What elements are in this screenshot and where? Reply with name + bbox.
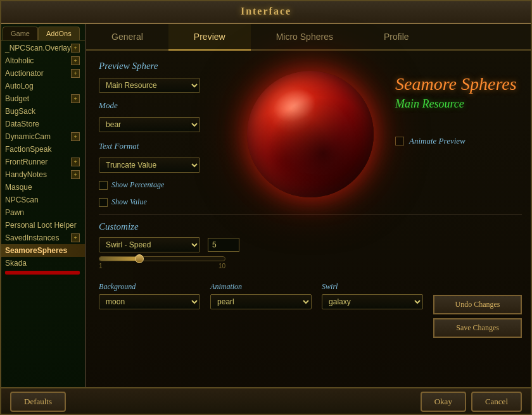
save-changes-button[interactable]: Save Changes [433,318,522,338]
slider-fill [99,257,139,261]
show-value-row: Show Value [99,197,225,207]
slider-min-label: 1 [99,263,103,269]
show-value-label[interactable]: Show Value [111,197,147,207]
sidebar-item-masque[interactable]: Masque [0,181,85,194]
sidebar-item-label: AutoLog [5,82,34,90]
panel-content: Preview Sphere Main Resource Mode bear T… [86,51,532,387]
background-label: Background [99,282,200,292]
sidebar-item-_npcscan.overlay[interactable]: _NPCScan.Overlay+ [0,42,85,54]
expand-button[interactable]: + [71,170,80,179]
tab-preview[interactable]: Preview [168,24,251,51]
main-panel: General Preview Micro Spheres Profile Pr… [86,24,532,387]
sidebar-item-label: Personal Loot Helper [5,221,77,230]
mode-select[interactable]: bear [99,117,200,132]
sidebar: Game AddOns _NPCScan.Overlay+Altoholic+A… [0,24,86,387]
swirl-group: Swirl galaxy [322,282,423,309]
slider-container: 1 10 [99,256,522,269]
text-format-select[interactable]: Truncate Value [99,158,200,173]
text-format-label: Text Format [99,141,225,151]
sidebar-item-budget[interactable]: Budget+ [0,92,85,105]
expand-button[interactable]: + [71,94,80,103]
bottom-controls: Background moon Animation pearl Swirl [99,282,522,338]
sidebar-item-frontrunner[interactable]: FrontRunner+ [0,156,85,168]
slider-thumb[interactable] [135,254,144,263]
sidebar-item-label: Auctionator [5,69,44,78]
slider-max-label: 10 [218,263,225,269]
slider-labels: 1 10 [99,263,225,269]
animate-preview-row: Animate Preview [395,136,522,146]
undo-changes-button[interactable]: Undo Changes [433,295,522,314]
background-group: Background moon [99,282,200,309]
animate-preview-checkbox[interactable] [395,137,404,146]
sidebar-item-label: DynamicCam [5,132,51,141]
sidebar-item-dynamiccam[interactable]: DynamicCam+ [0,130,85,143]
show-percentage-row: Show Percentage [99,180,225,190]
sidebar-item-seamorespheres[interactable]: SeamoreSpheres [0,244,85,257]
defaults-button[interactable]: Defaults [10,392,66,412]
expand-button[interactable]: + [71,132,80,141]
sidebar-item-npcscan[interactable]: NPCScan [0,194,85,206]
tab-addons[interactable]: AddOns [38,27,80,40]
tab-micro-spheres[interactable]: Micro Spheres [251,24,358,51]
sidebar-item-label: Skada [5,259,27,268]
expand-button[interactable]: + [71,69,80,78]
expand-button[interactable]: + [71,56,80,65]
sidebar-item-label: DataStore [5,120,39,128]
show-percentage-checkbox[interactable] [99,181,108,190]
mode-label: Mode [99,101,225,111]
swirl-label: Swirl [322,282,423,292]
swirl-select[interactable]: galaxy [322,294,423,309]
expand-button[interactable]: + [71,158,80,166]
sidebar-item-autolog[interactable]: AutoLog [0,80,85,92]
expand-button[interactable]: + [71,44,80,53]
sidebar-item-datastore[interactable]: DataStore [0,118,85,130]
sidebar-item-bugsack[interactable]: BugSack [0,105,85,118]
customize-label: Customize [99,221,522,232]
swirl-speed-select[interactable]: Swirl - Speed [99,237,200,252]
sidebar-item-label: HandyNotes [5,170,47,179]
slider-track[interactable] [99,256,225,261]
sidebar-item-altoholic[interactable]: Altoholic+ [0,54,85,67]
sidebar-tabs: Game AddOns [0,24,85,40]
sidebar-item-savedinstances[interactable]: SavedInstances+ [0,232,85,244]
sidebar-item-pawn[interactable]: Pawn [0,206,85,219]
interface-window: Interface Game AddOns _NPCScan.Overlay+A… [0,0,532,415]
sidebar-item-auctionator[interactable]: Auctionator+ [0,67,85,80]
seamore-spheres-title: Seamore Spheres [395,73,522,95]
content-area: Game AddOns _NPCScan.Overlay+Altoholic+A… [0,24,532,387]
sidebar-item-label: Pawn [5,208,24,217]
sidebar-item-label: _NPCScan.Overlay [5,44,71,53]
sidebar-item-label: FrontRunner [5,158,48,166]
tab-general[interactable]: General [86,24,168,51]
right-section: Seamore Spheres Main Resource Animate Pr… [395,61,522,207]
background-select[interactable]: moon [99,294,200,309]
window-title: Interface [241,6,291,17]
tab-game[interactable]: Game [3,27,38,40]
title-bar: Interface [0,0,532,24]
okay-button[interactable]: Okay [421,392,466,412]
sidebar-item-skada[interactable]: Skada [0,257,85,269]
main-resource-subtitle: Main Resource [395,97,522,111]
customize-section: Customize Swirl - Speed 1 [99,214,522,269]
sphere-preview-container [236,61,385,207]
sidebar-item-label: BugSack [5,107,35,116]
main-resource-select[interactable]: Main Resource [99,78,200,93]
tab-profile[interactable]: Profile [358,24,434,51]
speed-value-input[interactable] [208,238,239,252]
show-percentage-label[interactable]: Show Percentage [111,180,164,190]
animation-select[interactable]: pearl [210,294,312,309]
customize-top-row: Swirl - Speed [99,237,522,252]
preview-sphere-label: Preview Sphere [99,61,225,71]
expand-button[interactable]: + [71,233,80,242]
animation-label: Animation [210,282,312,292]
sidebar-item-handynotes[interactable]: HandyNotes+ [0,168,85,181]
ok-cancel-group: Okay Cancel [421,392,522,412]
cancel-button[interactable]: Cancel [471,392,522,412]
sidebar-item-factionspeak[interactable]: FactionSpeak [0,143,85,156]
animate-preview-label[interactable]: Animate Preview [409,136,466,146]
show-value-checkbox[interactable] [99,198,108,207]
nav-tabs: General Preview Micro Spheres Profile [86,24,532,51]
sidebar-list: _NPCScan.Overlay+Altoholic+Auctionator+A… [0,40,85,387]
sidebar-item-personal-loot-helper[interactable]: Personal Loot Helper [0,219,85,232]
sidebar-item-label: NPCScan [5,195,39,204]
